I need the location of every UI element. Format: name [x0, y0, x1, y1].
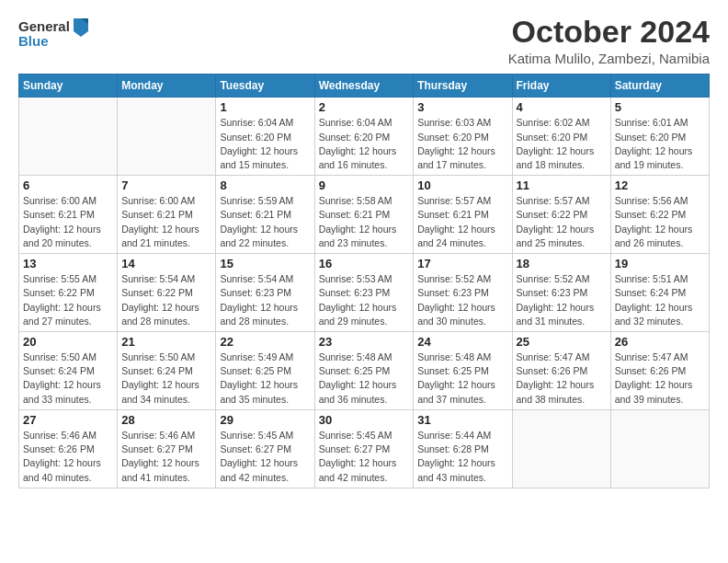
day-detail: Sunrise: 5:46 AMSunset: 6:26 PMDaylight:…: [23, 429, 113, 485]
day-detail: Sunrise: 6:04 AMSunset: 6:20 PMDaylight:…: [220, 116, 310, 172]
calendar-cell: 26Sunrise: 5:47 AMSunset: 6:26 PMDayligh…: [610, 332, 709, 410]
day-detail: Sunrise: 5:48 AMSunset: 6:25 PMDaylight:…: [319, 350, 410, 407]
day-number: 26: [615, 335, 705, 349]
week-row-4: 20Sunrise: 5:50 AMSunset: 6:24 PMDayligh…: [19, 332, 710, 410]
day-number: 30: [319, 413, 410, 427]
day-number: 4: [517, 100, 607, 114]
calendar-cell: 25Sunrise: 5:47 AMSunset: 6:26 PMDayligh…: [512, 332, 610, 410]
day-detail: Sunrise: 6:03 AMSunset: 6:20 PMDaylight:…: [417, 116, 507, 172]
day-number: 1: [220, 100, 310, 114]
weekday-header-saturday: Saturday: [610, 75, 709, 98]
day-number: 31: [417, 413, 507, 427]
weekday-header-monday: Monday: [118, 75, 216, 98]
logo-general: General: [18, 18, 70, 34]
day-number: 3: [417, 100, 507, 114]
day-detail: Sunrise: 5:47 AMSunset: 6:26 PMDaylight:…: [615, 350, 705, 407]
day-detail: Sunrise: 6:00 AMSunset: 6:21 PMDaylight:…: [23, 194, 113, 250]
weekday-header-row: SundayMondayTuesdayWednesdayThursdayFrid…: [19, 75, 710, 98]
day-number: 2: [319, 100, 410, 114]
title-area: October 2024 Katima Mulilo, Zambezi, Nam…: [508, 15, 710, 66]
day-detail: Sunrise: 6:01 AMSunset: 6:20 PMDaylight:…: [615, 116, 705, 172]
calendar-cell: 7Sunrise: 6:00 AMSunset: 6:21 PMDaylight…: [118, 176, 216, 254]
day-number: 22: [220, 335, 310, 349]
day-number: 8: [220, 178, 310, 192]
calendar-cell: [610, 409, 709, 488]
calendar-cell: 21Sunrise: 5:50 AMSunset: 6:24 PMDayligh…: [118, 332, 216, 410]
day-detail: Sunrise: 5:52 AMSunset: 6:23 PMDaylight:…: [517, 272, 607, 328]
day-detail: Sunrise: 5:52 AMSunset: 6:23 PMDaylight:…: [417, 272, 507, 328]
day-number: 7: [121, 178, 211, 192]
day-detail: Sunrise: 5:54 AMSunset: 6:22 PMDaylight:…: [121, 272, 211, 328]
day-detail: Sunrise: 5:49 AMSunset: 6:25 PMDaylight:…: [220, 350, 310, 407]
logo-icon: [72, 15, 90, 37]
month-title: October 2024: [508, 15, 710, 49]
day-detail: Sunrise: 5:50 AMSunset: 6:24 PMDaylight:…: [23, 350, 113, 407]
weekday-header-tuesday: Tuesday: [216, 75, 314, 98]
calendar-cell: 29Sunrise: 5:45 AMSunset: 6:27 PMDayligh…: [216, 409, 314, 488]
calendar-cell: 8Sunrise: 5:59 AMSunset: 6:21 PMDaylight…: [216, 176, 314, 254]
day-number: 13: [23, 257, 113, 270]
calendar-cell: 27Sunrise: 5:46 AMSunset: 6:26 PMDayligh…: [19, 409, 118, 488]
day-number: 25: [517, 335, 607, 349]
day-number: 23: [319, 335, 410, 349]
calendar-cell: 31Sunrise: 5:44 AMSunset: 6:28 PMDayligh…: [414, 409, 512, 488]
day-number: 6: [23, 178, 113, 192]
calendar-cell: 5Sunrise: 6:01 AMSunset: 6:20 PMDaylight…: [610, 98, 709, 176]
calendar-cell: 28Sunrise: 5:46 AMSunset: 6:27 PMDayligh…: [118, 409, 216, 488]
day-number: 24: [417, 335, 507, 349]
day-number: 20: [23, 335, 113, 349]
week-row-1: 1Sunrise: 6:04 AMSunset: 6:20 PMDaylight…: [19, 98, 710, 176]
day-detail: Sunrise: 5:47 AMSunset: 6:26 PMDaylight:…: [517, 350, 607, 407]
day-number: 27: [23, 413, 113, 427]
logo: General Blue: [18, 15, 90, 49]
day-number: 11: [517, 178, 607, 192]
page: General Blue October 2024 Katima Mulilo,…: [0, 0, 728, 563]
day-detail: Sunrise: 5:57 AMSunset: 6:22 PMDaylight:…: [517, 194, 607, 250]
calendar-cell: 18Sunrise: 5:52 AMSunset: 6:23 PMDayligh…: [512, 254, 610, 332]
calendar-cell: 22Sunrise: 5:49 AMSunset: 6:25 PMDayligh…: [216, 332, 314, 410]
calendar-cell: 17Sunrise: 5:52 AMSunset: 6:23 PMDayligh…: [414, 254, 512, 332]
calendar-cell: 10Sunrise: 5:57 AMSunset: 6:21 PMDayligh…: [414, 176, 512, 254]
day-detail: Sunrise: 5:48 AMSunset: 6:25 PMDaylight:…: [417, 350, 507, 407]
day-number: 16: [319, 257, 410, 270]
calendar-cell: 24Sunrise: 5:48 AMSunset: 6:25 PMDayligh…: [414, 332, 512, 410]
calendar-cell: 2Sunrise: 6:04 AMSunset: 6:20 PMDaylight…: [314, 98, 414, 176]
day-number: 15: [220, 257, 310, 270]
day-number: 28: [121, 413, 211, 427]
day-detail: Sunrise: 5:45 AMSunset: 6:27 PMDaylight:…: [220, 429, 310, 485]
calendar-cell: 19Sunrise: 5:51 AMSunset: 6:24 PMDayligh…: [610, 254, 709, 332]
calendar-cell: 20Sunrise: 5:50 AMSunset: 6:24 PMDayligh…: [19, 332, 118, 410]
week-row-5: 27Sunrise: 5:46 AMSunset: 6:26 PMDayligh…: [19, 409, 710, 488]
calendar-cell: 3Sunrise: 6:03 AMSunset: 6:20 PMDaylight…: [414, 98, 512, 176]
day-number: 18: [517, 257, 607, 270]
day-number: 12: [615, 178, 705, 192]
calendar-cell: 12Sunrise: 5:56 AMSunset: 6:22 PMDayligh…: [610, 176, 709, 254]
day-detail: Sunrise: 5:44 AMSunset: 6:28 PMDaylight:…: [417, 429, 507, 485]
weekday-header-friday: Friday: [512, 75, 610, 98]
day-number: 9: [319, 178, 410, 192]
calendar-cell: 16Sunrise: 5:53 AMSunset: 6:23 PMDayligh…: [314, 254, 414, 332]
day-detail: Sunrise: 5:51 AMSunset: 6:24 PMDaylight:…: [615, 272, 705, 328]
day-number: 19: [615, 257, 705, 270]
calendar-cell: [19, 98, 118, 176]
day-detail: Sunrise: 5:50 AMSunset: 6:24 PMDaylight:…: [121, 350, 211, 407]
weekday-header-wednesday: Wednesday: [314, 75, 414, 98]
calendar-cell: 14Sunrise: 5:54 AMSunset: 6:22 PMDayligh…: [118, 254, 216, 332]
calendar-cell: 23Sunrise: 5:48 AMSunset: 6:25 PMDayligh…: [314, 332, 414, 410]
calendar-cell: 13Sunrise: 5:55 AMSunset: 6:22 PMDayligh…: [19, 254, 118, 332]
day-detail: Sunrise: 6:02 AMSunset: 6:20 PMDaylight:…: [517, 116, 607, 172]
day-detail: Sunrise: 5:54 AMSunset: 6:23 PMDaylight:…: [220, 272, 310, 328]
calendar-cell: [512, 409, 610, 488]
day-detail: Sunrise: 5:46 AMSunset: 6:27 PMDaylight:…: [121, 429, 211, 485]
calendar-table: SundayMondayTuesdayWednesdayThursdayFrid…: [18, 74, 710, 488]
day-detail: Sunrise: 5:55 AMSunset: 6:22 PMDaylight:…: [23, 272, 113, 328]
day-number: 17: [417, 257, 507, 270]
calendar-cell: 6Sunrise: 6:00 AMSunset: 6:21 PMDaylight…: [19, 176, 118, 254]
week-row-2: 6Sunrise: 6:00 AMSunset: 6:21 PMDaylight…: [19, 176, 710, 254]
logo-blue: Blue: [18, 33, 49, 49]
week-row-3: 13Sunrise: 5:55 AMSunset: 6:22 PMDayligh…: [19, 254, 710, 332]
weekday-header-sunday: Sunday: [19, 75, 118, 98]
day-number: 5: [615, 100, 705, 114]
calendar-cell: 15Sunrise: 5:54 AMSunset: 6:23 PMDayligh…: [216, 254, 314, 332]
day-number: 21: [121, 335, 211, 349]
